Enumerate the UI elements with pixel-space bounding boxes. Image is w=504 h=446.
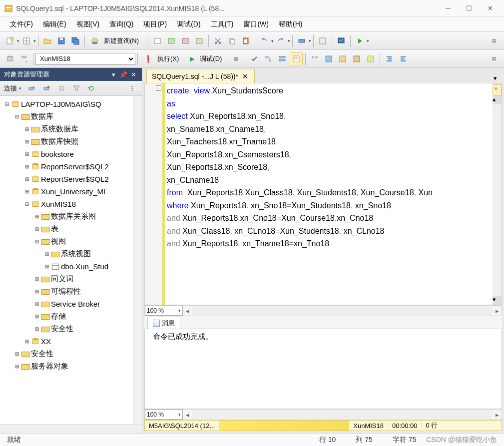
tree-system-views[interactable]: 系统视图 bbox=[0, 248, 133, 260]
oe-stop-icon[interactable] bbox=[55, 82, 68, 95]
new-project-icon[interactable] bbox=[3, 34, 16, 47]
tree-diagrams[interactable]: 数据库关系图 bbox=[0, 210, 133, 223]
panel-dropdown-icon[interactable]: ▾ bbox=[109, 70, 118, 79]
tree-db-rs2[interactable]: ReportServer$SQL2 bbox=[0, 173, 133, 185]
tree-db-xx[interactable]: XX bbox=[0, 335, 133, 348]
res-hscroll-right-icon[interactable]: ▸ bbox=[493, 411, 502, 419]
tree-snapshots[interactable]: 数据库快照 bbox=[0, 135, 133, 148]
parse-icon[interactable] bbox=[248, 52, 261, 65]
tab-close-icon[interactable]: ✕ bbox=[241, 72, 249, 80]
tree-programmability[interactable]: 可编程性 bbox=[0, 285, 133, 298]
results-zoom-dropdown[interactable]: 100 % bbox=[145, 410, 183, 420]
tb-icon-1[interactable] bbox=[151, 34, 164, 47]
tb-icon-2[interactable] bbox=[165, 34, 178, 47]
save-icon[interactable] bbox=[55, 34, 68, 47]
results-horizontal-scrollbar[interactable] bbox=[192, 411, 493, 419]
activity-monitor-icon[interactable] bbox=[335, 34, 348, 47]
properties-icon[interactable] bbox=[316, 34, 329, 47]
overflow-icon-2[interactable] bbox=[488, 52, 501, 65]
menu-window[interactable]: 窗口(W) bbox=[238, 18, 274, 30]
messages-pane[interactable]: 命令已成功完成。 bbox=[144, 329, 502, 409]
tree-db-xunmis18[interactable]: XunMIS18 bbox=[0, 198, 133, 210]
menu-project[interactable]: 项目(P) bbox=[138, 18, 172, 30]
start-icon[interactable] bbox=[353, 34, 366, 47]
tree-server-objects[interactable]: 服务器对象 bbox=[0, 360, 133, 373]
tb2-icon-c[interactable] bbox=[336, 52, 349, 65]
oe-overflow-icon[interactable]: ⋮ bbox=[125, 82, 138, 95]
nav-back-icon[interactable] bbox=[295, 34, 308, 47]
tb2-icon-b[interactable] bbox=[322, 52, 335, 65]
hscroll-left-icon[interactable]: ◂ bbox=[183, 307, 192, 315]
indent-icon[interactable] bbox=[383, 52, 396, 65]
object-tree[interactable]: LAPTOP-1J0M5AIG\SQ 数据库 系统数据库 数据库快照 books… bbox=[0, 96, 133, 424]
oe-refresh-icon[interactable] bbox=[85, 82, 98, 95]
menu-help[interactable]: 帮助(H) bbox=[274, 18, 307, 30]
panel-pin-icon[interactable]: 📌 bbox=[119, 70, 128, 79]
close-button[interactable]: ✕ bbox=[480, 1, 500, 15]
menu-debug[interactable]: 调试(D) bbox=[172, 18, 205, 30]
paste-icon[interactable] bbox=[239, 34, 252, 47]
save-all-icon[interactable] bbox=[69, 34, 82, 47]
maximize-button[interactable]: ☐ bbox=[459, 1, 479, 15]
oe-disconnect-icon[interactable] bbox=[40, 82, 53, 95]
tb2-icon-d[interactable] bbox=[350, 52, 363, 65]
editor-vertical-scrollbar[interactable]: ▴▾ bbox=[493, 83, 502, 305]
tree-security[interactable]: 安全性 bbox=[0, 348, 133, 360]
tab-overflow-icon[interactable]: ▾ bbox=[490, 73, 500, 83]
menu-query[interactable]: 查询(Q) bbox=[104, 18, 138, 30]
tree-tables[interactable]: 表 bbox=[0, 223, 133, 235]
undo-icon[interactable] bbox=[258, 34, 271, 47]
tree-db-bookstore[interactable]: bookstore bbox=[0, 148, 133, 160]
oe-filter-icon[interactable] bbox=[70, 82, 83, 95]
db-connect-icon[interactable] bbox=[3, 52, 16, 65]
editor-horizontal-scrollbar[interactable] bbox=[192, 307, 493, 315]
debug-button[interactable]: ▶ 调试(D) bbox=[186, 52, 228, 65]
copy-icon[interactable] bbox=[225, 34, 238, 47]
menu-view[interactable]: 视图(V) bbox=[71, 18, 105, 30]
tree-db-security[interactable]: 安全性 bbox=[0, 323, 133, 335]
redo-icon[interactable] bbox=[274, 34, 287, 47]
tree-synonyms[interactable]: 同义词 bbox=[0, 273, 133, 285]
tree-storage[interactable]: 存储 bbox=[0, 310, 133, 323]
tree-views[interactable]: 视图 bbox=[0, 235, 133, 248]
res-hscroll-left-icon[interactable]: ◂ bbox=[183, 411, 192, 419]
open-icon[interactable] bbox=[41, 34, 54, 47]
tb-icon-4[interactable] bbox=[193, 34, 206, 47]
outdent-icon[interactable] bbox=[397, 52, 410, 65]
tree-service-broker[interactable]: Service Broker bbox=[0, 298, 133, 310]
editor-margin[interactable]: − bbox=[145, 83, 165, 305]
cut-icon[interactable] bbox=[211, 34, 224, 47]
tree-db-xuni[interactable]: Xuni_University_MI bbox=[0, 185, 133, 198]
options-icon[interactable] bbox=[276, 52, 289, 65]
tree-view-dbo[interactable]: dbo.Xun_Stud bbox=[0, 260, 133, 273]
minimize-button[interactable]: ─ bbox=[438, 1, 458, 15]
panel-close-icon[interactable]: ✕ bbox=[129, 70, 138, 79]
menu-file[interactable]: 文件(F) bbox=[5, 18, 38, 30]
db-change-icon[interactable] bbox=[17, 52, 30, 65]
new-query-button[interactable]: 新建查询(N) bbox=[87, 34, 145, 47]
menu-edit[interactable]: 编辑(E) bbox=[38, 18, 71, 30]
plan-icon[interactable] bbox=[262, 52, 275, 65]
hscroll-right-icon[interactable]: ▸ bbox=[493, 307, 502, 315]
stop-icon[interactable] bbox=[229, 52, 242, 65]
results-tab-messages[interactable]: 消息 bbox=[147, 317, 180, 329]
connect-label[interactable]: 连接 bbox=[3, 84, 18, 93]
tree-sysdb[interactable]: 系统数据库 bbox=[0, 123, 133, 135]
overflow-icon[interactable] bbox=[488, 34, 501, 47]
tree-vertical-scrollbar[interactable] bbox=[133, 96, 142, 424]
menu-tools[interactable]: 工具(T) bbox=[206, 18, 239, 30]
tb2-icon-a[interactable] bbox=[308, 52, 321, 65]
zoom-dropdown[interactable]: 100 % bbox=[145, 306, 183, 316]
tree-db-rs1[interactable]: ReportServer$SQL2 bbox=[0, 160, 133, 173]
grid-icon[interactable] bbox=[20, 34, 33, 47]
database-dropdown[interactable]: XunMIS18 bbox=[35, 53, 135, 65]
tb2-icon-e[interactable] bbox=[364, 52, 377, 65]
oe-connect-icon[interactable] bbox=[25, 82, 38, 95]
sql-editor[interactable]: create view Xun_StudentsScore as select … bbox=[165, 83, 493, 305]
tab-sqlquery1[interactable]: SQLQuery1.sql -...J L (58))* ✕ bbox=[146, 69, 255, 83]
tree-horizontal-scrollbar[interactable] bbox=[0, 424, 142, 433]
results-to-text-icon[interactable] bbox=[290, 52, 303, 65]
execute-button[interactable]: ❗ 执行(X) bbox=[140, 52, 185, 65]
tb-icon-3[interactable] bbox=[179, 34, 192, 47]
tree-databases[interactable]: 数据库 bbox=[0, 110, 133, 123]
